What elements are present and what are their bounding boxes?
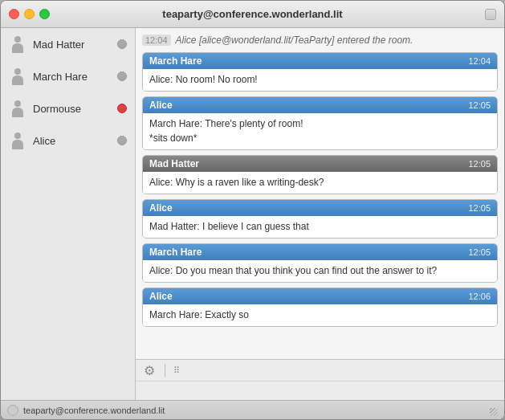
person-icon: [12, 36, 23, 53]
sidebar-item-name: March Hare: [33, 71, 111, 83]
message-sender: Mad Hatter: [149, 158, 199, 169]
sidebar-item-name: Dormouse: [33, 103, 111, 115]
message-header: March Hare12:05: [143, 244, 497, 260]
status-label: teaparty@conference.wonderland.lit: [23, 406, 165, 415]
message-line: Mad Hatter: I believe I can guess that: [149, 219, 491, 234]
sidebar-item-name: Mad Hatter: [33, 39, 111, 51]
message-body: Alice: No room! No room!: [143, 69, 497, 91]
status-dot: [117, 104, 127, 113]
input-toolbar: ⚙ ⠿: [136, 360, 504, 381]
toolbar-resize-handle: ⠿: [173, 365, 180, 376]
text-input-row: [136, 381, 504, 400]
person-icon: [12, 68, 23, 85]
message-body: March Hare: Exactly so: [143, 304, 497, 326]
chat-area: 12:04Alice [alice@wonderland.lit/TeaPart…: [136, 28, 504, 400]
message-time: 12:04: [142, 35, 171, 46]
maximize-button[interactable]: [39, 9, 50, 19]
status-bar: teaparty@conference.wonderland.lit: [1, 400, 504, 419]
message-bubble: Alice12:05March Hare: There's plenty of …: [142, 96, 498, 150]
message-header: Alice12:05: [143, 97, 497, 113]
status-dot: [117, 136, 127, 145]
status-dot: [117, 71, 127, 81]
message-timestamp: 12:05: [468, 159, 491, 169]
messages-container[interactable]: 12:04Alice [alice@wonderland.lit/TeaPart…: [136, 28, 504, 359]
system-message-text: Alice [alice@wonderland.lit/TeaParty] en…: [176, 35, 413, 46]
message-bubble: Mad Hatter12:05Alice: Why is a raven lik…: [142, 155, 498, 194]
message-line: March Hare: There's plenty of room!: [149, 116, 491, 131]
sidebar-item-3[interactable]: Alice: [1, 124, 135, 157]
message-timestamp: 12:05: [468, 100, 491, 110]
sidebar-item-2[interactable]: Dormouse: [1, 92, 135, 124]
message-bubble: Alice12:05Mad Hatter: I believe I can gu…: [142, 199, 498, 239]
message-body: Mad Hatter: I believe I can guess that: [143, 216, 497, 238]
message-bubble: March Hare12:05Alice: Do you mean that y…: [142, 243, 498, 283]
message-timestamp: 12:04: [468, 56, 491, 66]
title-bar: teaparty@conference.wonderland.lit: [1, 1, 504, 28]
avatar: [9, 65, 26, 88]
message-body: Alice: Why is a raven like a writing-des…: [143, 172, 497, 194]
message-timestamp: 12:05: [468, 203, 491, 213]
avatar: [9, 33, 26, 55]
avatar: [9, 97, 26, 120]
main-content: Mad HatterMarch HareDormouseAlice 12:04A…: [1, 28, 504, 400]
main-window: teaparty@conference.wonderland.lit Mad H…: [0, 0, 505, 420]
title-resize-widget: [485, 9, 496, 20]
message-body: Alice: Do you mean that you think you ca…: [143, 260, 497, 282]
window-title: teaparty@conference.wonderland.lit: [162, 8, 342, 20]
message-timestamp: 12:06: [468, 292, 491, 301]
message-bubble: Alice12:06March Hare: Exactly so: [142, 287, 498, 327]
message-bubble: March Hare12:04Alice: No room! No room!: [142, 52, 498, 92]
traffic-lights: [9, 9, 50, 19]
toolbar-divider: [165, 364, 165, 377]
person-icon: [12, 133, 23, 149]
message-input[interactable]: [141, 385, 499, 397]
close-button[interactable]: [9, 9, 19, 19]
message-sender: Alice: [149, 291, 173, 302]
message-line: *sits down*: [149, 131, 491, 145]
message-sender: March Hare: [149, 247, 202, 258]
status-dot: [117, 39, 127, 49]
message-timestamp: 12:05: [468, 247, 491, 257]
sidebar-item-1[interactable]: March Hare: [1, 60, 135, 92]
message-sender: Alice: [149, 100, 173, 111]
message-sender: March Hare: [149, 55, 202, 67]
input-area: ⚙ ⠿: [136, 359, 504, 400]
resize-lines-icon: [490, 408, 498, 416]
message-line: March Hare: Exactly so: [149, 308, 491, 322]
person-icon: [12, 100, 23, 117]
message-header: Alice12:05: [143, 200, 497, 216]
message-line: Alice: Do you mean that you think you ca…: [149, 263, 491, 278]
sidebar-item-0[interactable]: Mad Hatter: [1, 28, 135, 60]
message-line: Alice: No room! No room!: [149, 72, 491, 87]
message-header: Alice12:06: [143, 288, 497, 304]
minimize-button[interactable]: [24, 9, 35, 19]
system-message: 12:04Alice [alice@wonderland.lit/TeaPart…: [142, 33, 498, 47]
message-line: Alice: Why is a raven like a writing-des…: [149, 175, 491, 190]
message-header: March Hare12:04: [143, 53, 497, 69]
avatar: [9, 129, 26, 152]
gear-icon[interactable]: ⚙: [142, 363, 157, 377]
message-sender: Alice: [149, 202, 173, 214]
sidebar: Mad HatterMarch HareDormouseAlice: [1, 28, 136, 400]
sidebar-item-name: Alice: [33, 135, 111, 147]
message-header: Mad Hatter12:05: [143, 156, 497, 172]
resize-handle[interactable]: [487, 405, 498, 416]
message-body: March Hare: There's plenty of room!*sits…: [143, 113, 497, 149]
status-icon: [7, 405, 18, 416]
